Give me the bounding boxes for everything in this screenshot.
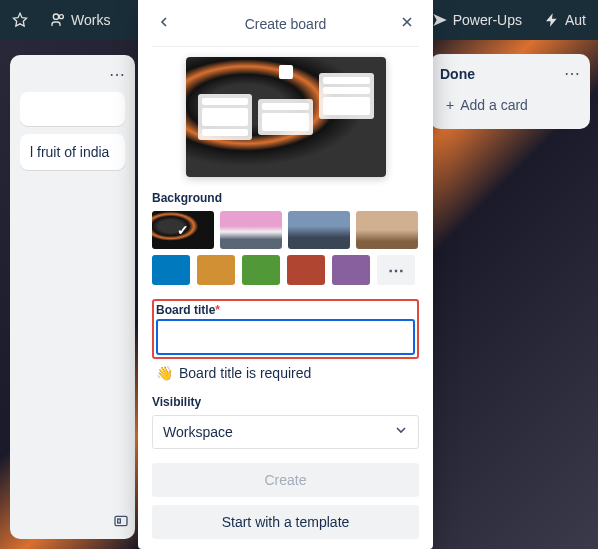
- background-images-row: [152, 211, 419, 249]
- workspace-button[interactable]: Works: [44, 8, 116, 32]
- svg-rect-4: [118, 519, 121, 523]
- background-label: Background: [152, 191, 419, 205]
- workspace-label: Works: [71, 12, 110, 28]
- bg-image-option[interactable]: [152, 211, 214, 249]
- bg-image-option[interactable]: [220, 211, 282, 249]
- list-column-left: ⋯ l fruit of india: [10, 55, 135, 539]
- board-title-input[interactable]: [156, 319, 415, 355]
- star-button[interactable]: [6, 8, 34, 32]
- template-icon[interactable]: [113, 513, 129, 533]
- title-error-message: 👋 Board title is required: [152, 365, 419, 381]
- add-card-button[interactable]: + Add a card: [440, 91, 580, 119]
- powerups-label: Power-Ups: [453, 12, 522, 28]
- plus-icon: +: [446, 97, 454, 113]
- more-colors-button[interactable]: ⋯: [377, 255, 415, 285]
- visibility-label: Visibility: [152, 395, 419, 409]
- list-card-item[interactable]: l fruit of india: [20, 134, 125, 170]
- board-title-label: Board title*: [156, 303, 415, 317]
- bg-color-option[interactable]: [332, 255, 370, 285]
- svg-marker-0: [13, 13, 26, 26]
- bg-color-option[interactable]: [197, 255, 235, 285]
- bg-color-option[interactable]: [242, 255, 280, 285]
- close-button[interactable]: [397, 12, 417, 36]
- title-input-highlight: Board title*: [152, 299, 419, 359]
- powerups-button[interactable]: Power-Ups: [426, 8, 528, 32]
- create-button[interactable]: Create: [152, 463, 419, 497]
- automation-button[interactable]: Aut: [538, 8, 592, 32]
- modal-title: Create board: [174, 16, 397, 32]
- start-template-button[interactable]: Start with a template: [152, 505, 419, 539]
- list-title[interactable]: Done: [440, 66, 475, 82]
- list-card-item[interactable]: [20, 92, 125, 126]
- bg-color-option[interactable]: [152, 255, 190, 285]
- svg-point-2: [59, 15, 63, 19]
- visibility-select-wrap: Workspace: [152, 415, 419, 449]
- bg-image-option[interactable]: [356, 211, 418, 249]
- automation-label: Aut: [565, 12, 586, 28]
- svg-point-1: [53, 14, 58, 19]
- board-preview: [186, 57, 386, 177]
- visibility-select[interactable]: Workspace: [152, 415, 419, 449]
- list-menu-icon[interactable]: ⋯: [109, 65, 125, 84]
- bg-color-option[interactable]: [287, 255, 325, 285]
- list-column-done: Done ⋯ + Add a card: [430, 54, 590, 129]
- create-board-modal: Create board Background ⋯ Board title* 👋…: [138, 0, 433, 549]
- bg-image-option[interactable]: [288, 211, 350, 249]
- background-colors-row: ⋯: [152, 255, 419, 285]
- list-menu-icon[interactable]: ⋯: [564, 64, 580, 83]
- back-button[interactable]: [154, 12, 174, 36]
- trello-icon: [279, 65, 293, 79]
- wave-icon: 👋: [156, 365, 173, 381]
- modal-header: Create board: [152, 10, 419, 47]
